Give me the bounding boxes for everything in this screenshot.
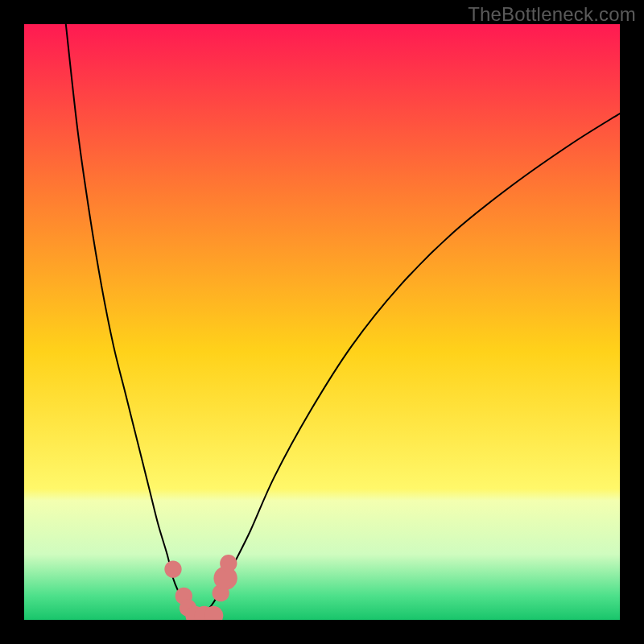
watermark-label: TheBottleneck.com xyxy=(468,3,636,26)
data-marker xyxy=(220,555,237,572)
data-marker xyxy=(164,560,181,577)
chart-frame: TheBottleneck.com xyxy=(0,0,644,644)
plot-area xyxy=(24,24,620,620)
gradient-background xyxy=(24,24,620,620)
bottleneck-chart xyxy=(24,24,620,620)
